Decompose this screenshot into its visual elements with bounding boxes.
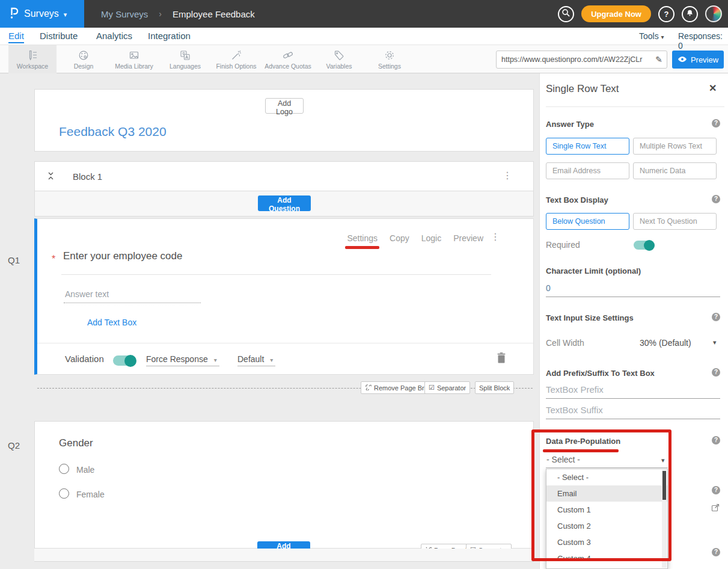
external-link-icon[interactable]	[711, 503, 720, 515]
split-block-button[interactable]: Split Block	[475, 381, 514, 394]
close-icon[interactable]: ✕	[709, 82, 717, 94]
survey-url-field: ✎	[496, 51, 667, 69]
tools-menu[interactable]: Tools ▾	[639, 31, 664, 41]
toolbar-workspace[interactable]: Workspace	[8, 45, 57, 73]
text-input-size-label: Text Input Size Settings	[546, 313, 634, 322]
search-button[interactable]	[558, 6, 574, 22]
collapse-block-icon[interactable]	[47, 171, 55, 183]
upgrade-now-button[interactable]: Upgrade Now	[581, 5, 651, 22]
dropdown-option-custom2[interactable]: Custom 2	[546, 518, 667, 534]
user-avatar[interactable]	[705, 5, 722, 22]
notifications-button[interactable]	[682, 6, 698, 22]
add-question-button-top[interactable]: Add Question	[258, 195, 311, 211]
magic-wand-icon	[230, 49, 242, 61]
chain-links-icon	[282, 49, 294, 61]
toolbar-variables[interactable]: Variables	[312, 45, 366, 73]
survey-url-input[interactable]	[497, 55, 651, 64]
chevron-down-icon: ▾	[661, 457, 665, 464]
survey-nav-tabs: Edit Distribute Analytics Integration To…	[0, 28, 728, 45]
question-title-q2[interactable]: Gender	[59, 437, 93, 449]
question-tab-preview[interactable]: Preview	[453, 233, 483, 243]
question-tab-settings[interactable]: Settings	[347, 233, 378, 243]
question-menu-kebab-icon[interactable]: ⋮	[491, 232, 500, 242]
data-pre-population-label: Data Pre-Population	[546, 437, 620, 446]
toolbar-languages[interactable]: Languages	[158, 45, 212, 73]
block-menu-kebab-icon[interactable]: ⋮	[503, 171, 512, 180]
display-below-question[interactable]: Below Question	[546, 213, 629, 230]
question-title-underline	[61, 274, 491, 275]
add-text-box-link[interactable]: Add Text Box	[87, 318, 136, 327]
radio-label-female[interactable]: Female	[76, 490, 105, 499]
question-number-q1: Q1	[8, 255, 20, 265]
image-icon	[128, 49, 140, 61]
dropdown-scrollbar[interactable]	[662, 470, 667, 568]
textbox-suffix-input[interactable]	[546, 403, 720, 419]
cell-width-dropdown-caret-icon[interactable]: ▾	[713, 339, 717, 346]
toolbar-design[interactable]: Design	[57, 45, 111, 73]
tab-analytics[interactable]: Analytics	[96, 31, 132, 41]
top-bar: Surveys ▾ My Surveys › Employee Feedback…	[0, 0, 728, 28]
separator-button-q1[interactable]: ☑ Separator	[424, 381, 470, 394]
broken-link-icon	[365, 384, 372, 392]
required-toggle[interactable]	[634, 241, 654, 250]
delete-question-button[interactable]	[497, 352, 506, 365]
textbox-prefix-input[interactable]	[546, 383, 720, 399]
radio-male[interactable]	[59, 464, 69, 474]
dropdown-option-email[interactable]: Email	[546, 485, 667, 502]
breadcrumb-my-surveys[interactable]: My Surveys	[101, 9, 148, 19]
dropdown-option-custom1[interactable]: Custom 1	[546, 502, 667, 518]
help-icon[interactable]: ?	[712, 313, 720, 321]
help-icon[interactable]: ?	[712, 119, 720, 128]
radio-female[interactable]	[59, 488, 69, 499]
toolbar-finish-options[interactable]: Finish Options	[209, 45, 263, 73]
data-pre-population-select[interactable]: - Select - ▾	[546, 454, 668, 468]
help-icon[interactable]: ?	[712, 368, 720, 377]
question-mark-icon: ?	[664, 10, 669, 19]
checkbox-icon: ☑	[429, 384, 435, 392]
dropdown-option-custom4[interactable]: Custom 4	[546, 550, 667, 567]
breadcrumb: My Surveys › Employee Feedback	[101, 0, 255, 28]
add-logo-button[interactable]: Add Logo	[265, 98, 304, 114]
validation-default-select[interactable]: Default▾	[237, 354, 275, 366]
dropdown-scrollbar-thumb[interactable]	[662, 471, 666, 500]
tab-integration[interactable]: Integration	[148, 31, 191, 41]
radio-label-male[interactable]: Male	[76, 465, 94, 475]
display-next-to-question[interactable]: Next To Question	[633, 213, 717, 230]
help-button[interactable]: ?	[658, 6, 674, 22]
tab-distribute[interactable]: Distribute	[40, 31, 78, 41]
survey-title[interactable]: Feedback Q3 2020	[59, 125, 167, 139]
chevron-down-icon: ▾	[214, 357, 217, 363]
toolbar-media-library[interactable]: Media Library	[107, 45, 161, 73]
answer-type-numeric[interactable]: Numeric Data	[633, 162, 717, 179]
answer-text-input[interactable]	[64, 287, 201, 303]
answer-type-single-row[interactable]: Single Row Text	[546, 138, 629, 155]
required-asterisk: *	[52, 254, 55, 265]
answer-type-multiple-rows[interactable]: Multiple Rows Text	[633, 138, 717, 155]
tab-edit[interactable]: Edit	[8, 31, 24, 43]
toolbar-settings[interactable]: Settings	[362, 45, 417, 73]
preview-button[interactable]: Preview	[672, 51, 724, 69]
validation-label: Validation	[65, 354, 104, 364]
character-limit-input[interactable]	[546, 281, 720, 297]
help-icon[interactable]: ?	[712, 436, 720, 444]
question-number-q2: Q2	[8, 440, 20, 451]
cell-width-label: Cell Width	[546, 338, 584, 348]
edit-url-pencil-icon[interactable]: ✎	[651, 55, 667, 64]
dropdown-option-select[interactable]: - Select -	[546, 469, 667, 485]
dropdown-option-custom3[interactable]: Custom 3	[546, 534, 667, 550]
help-icon[interactable]: ?	[712, 486, 720, 494]
answer-type-label: Answer Type	[546, 120, 594, 129]
question-tab-copy[interactable]: Copy	[390, 233, 409, 243]
gear-icon	[384, 49, 396, 61]
toolbar-advance-quotas[interactable]: Advance Quotas	[261, 45, 315, 73]
block-title[interactable]: Block 1	[73, 171, 102, 182]
question-tab-logic[interactable]: Logic	[421, 233, 441, 243]
help-icon[interactable]: ?	[712, 548, 720, 556]
validation-toggle[interactable]	[113, 355, 136, 366]
answer-type-email[interactable]: Email Address	[546, 162, 629, 179]
force-response-select[interactable]: Force Response▾	[146, 354, 219, 366]
help-icon[interactable]: ?	[712, 195, 720, 203]
question-title-q1[interactable]: Enter your employee code	[63, 250, 182, 262]
surveys-menu[interactable]: Surveys ▾	[0, 0, 84, 28]
settings-tab-highlight	[345, 246, 379, 249]
